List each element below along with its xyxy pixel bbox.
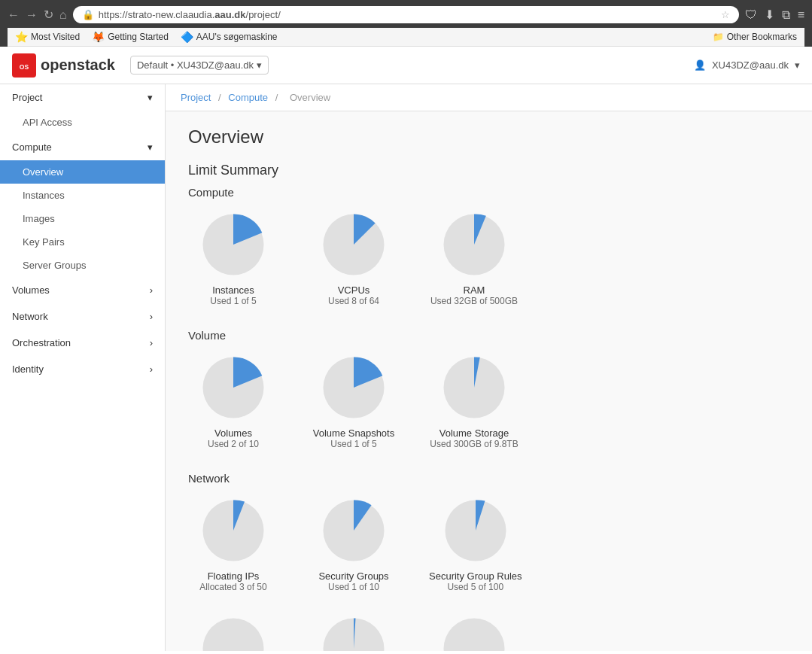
sidebar-item-api-access[interactable]: API Access bbox=[0, 111, 165, 134]
region-label: Default • XU43DZ@aau.dk bbox=[137, 59, 254, 71]
sidebar-project-label: Project bbox=[12, 92, 42, 103]
security-group-rules-label: Security Group Rules bbox=[429, 570, 522, 582]
address-bar[interactable]: 🔒 https://strato-new.claaudia.aau.dk/pro… bbox=[73, 6, 739, 23]
app-header-left: OS openstack Default • XU43DZ@aau.dk ▾ bbox=[12, 53, 269, 78]
breadcrumb: Project / Compute / Overview bbox=[166, 84, 812, 111]
browser-chrome: ← → ↻ ⌂ 🔒 https://strato-new.claaudia.aa… bbox=[0, 0, 812, 47]
compute-chevron-icon: ▾ bbox=[147, 141, 153, 153]
user-menu[interactable]: 👤 XU43DZ@aau.dk ▾ bbox=[694, 59, 800, 71]
region-dropdown-icon: ▾ bbox=[257, 59, 262, 71]
svg-point-13 bbox=[444, 619, 505, 652]
url-bold: aau.dk bbox=[214, 9, 245, 20]
volumes-sublabel: Used 2 of 10 bbox=[208, 439, 259, 449]
aau-label: AAU's søgemaskine bbox=[196, 32, 278, 42]
svg-text:OS: OS bbox=[20, 63, 29, 71]
instances-pie bbox=[199, 211, 267, 278]
vcpus-label: VCPUs bbox=[338, 284, 370, 296]
sidebar-project-header[interactable]: Project ▾ bbox=[0, 84, 165, 111]
sidebar-orchestration-header[interactable]: Orchestration › bbox=[0, 330, 165, 356]
most-visited-label: Most Visited bbox=[31, 32, 80, 42]
bookmark-aau[interactable]: 🔷 AAU's søgemaskine bbox=[181, 31, 278, 43]
project-chevron-icon: ▾ bbox=[147, 92, 153, 103]
volume-section: Volume Volumes Used 2 of 10 bbox=[188, 329, 789, 449]
identity-chevron-icon: › bbox=[150, 364, 153, 375]
vol-snapshots-sublabel: Used 1 of 5 bbox=[330, 439, 376, 449]
vol-storage-pie bbox=[440, 354, 508, 421]
volumes-label: Volumes bbox=[214, 427, 252, 439]
download-icon[interactable]: ⬇ bbox=[765, 8, 774, 22]
bookmark-getting-started[interactable]: 🦊 Getting Started bbox=[92, 31, 169, 43]
security-groups-chart: Security Groups Used 1 of 10 bbox=[309, 497, 399, 592]
bookmark-other[interactable]: 📁 Other Bookmarks bbox=[713, 32, 797, 42]
volumes-chart: Volumes Used 2 of 10 bbox=[188, 354, 278, 449]
breadcrumb-compute[interactable]: Compute bbox=[228, 92, 268, 103]
shield-icon: 🛡 bbox=[745, 8, 757, 22]
sidebar-item-overview[interactable]: Overview bbox=[0, 160, 165, 184]
instances-label: Instances bbox=[23, 190, 65, 201]
browser-actions: 🛡 ⬇ ⧉ ≡ bbox=[745, 8, 804, 22]
tab-icon[interactable]: ⧉ bbox=[782, 8, 790, 22]
region-selector[interactable]: Default • XU43DZ@aau.dk ▾ bbox=[130, 56, 269, 75]
instances-label: Instances bbox=[212, 284, 254, 296]
compute-section: Compute Instances Used 1 of 5 bbox=[188, 186, 789, 306]
breadcrumb-sep-2: / bbox=[275, 92, 278, 103]
sidebar-identity-header[interactable]: Identity › bbox=[0, 356, 165, 382]
instances-chart: Instances Used 1 of 5 bbox=[188, 211, 278, 306]
vol-snapshots-label: Volume Snapshots bbox=[313, 427, 394, 439]
server-groups-label: Server Groups bbox=[23, 260, 87, 271]
app-container: OS openstack Default • XU43DZ@aau.dk ▾ 👤… bbox=[0, 47, 812, 651]
vcpus-pie bbox=[320, 211, 388, 278]
logo: OS openstack bbox=[12, 53, 115, 78]
network-chevron-icon: › bbox=[150, 311, 153, 322]
more-icon[interactable]: ≡ bbox=[798, 8, 804, 22]
star-icon[interactable]: ☆ bbox=[721, 9, 730, 20]
bookmarks-bar: ⭐ Most Visited 🦊 Getting Started 🔷 AAU's… bbox=[8, 28, 804, 47]
compute-chart-grid: Instances Used 1 of 5 VCPUs Used 8 of 64 bbox=[188, 211, 789, 306]
vcpus-sublabel: Used 8 of 64 bbox=[328, 296, 379, 306]
reload-button[interactable]: ↻ bbox=[44, 8, 53, 22]
sidebar-network-header[interactable]: Network › bbox=[0, 303, 165, 330]
security-groups-sublabel: Used 1 of 10 bbox=[328, 582, 379, 592]
key-pairs-label: Key Pairs bbox=[23, 236, 65, 248]
sidebar-compute-header[interactable]: Compute ▾ bbox=[0, 134, 165, 160]
getting-started-label: Getting Started bbox=[108, 32, 169, 42]
back-button[interactable]: ← bbox=[8, 8, 20, 22]
security-group-rules-chart: Security Group Rules Used 5 of 100 bbox=[429, 497, 522, 592]
bookmark-most-visited[interactable]: ⭐ Most Visited bbox=[15, 31, 80, 43]
page-title: Overview bbox=[188, 126, 789, 148]
extra-pie-3 bbox=[440, 615, 508, 651]
overview-label: Overview bbox=[23, 166, 63, 178]
floating-ips-sublabel: Allocated 3 of 50 bbox=[199, 582, 266, 592]
compute-section-title: Compute bbox=[188, 186, 789, 199]
orchestration-chevron-icon: › bbox=[150, 337, 153, 348]
floating-ips-pie bbox=[199, 497, 267, 564]
home-button[interactable]: ⌂ bbox=[59, 8, 67, 22]
sidebar-network-label: Network bbox=[12, 311, 48, 322]
vcpus-chart: VCPUs Used 8 of 64 bbox=[309, 211, 399, 306]
sidebar-volumes-header[interactable]: Volumes › bbox=[0, 277, 165, 303]
sidebar-volumes-label: Volumes bbox=[12, 284, 50, 296]
extra-section bbox=[188, 615, 789, 651]
browser-toolbar: ← → ↻ ⌂ 🔒 https://strato-new.claaudia.aa… bbox=[8, 6, 804, 23]
floating-ips-chart: Floating IPs Allocated 3 of 50 bbox=[188, 497, 278, 592]
network-section: Network Floating IPs Allocated 3 of 50 bbox=[188, 472, 789, 592]
security-groups-pie bbox=[320, 497, 388, 564]
url-suffix: /project/ bbox=[246, 9, 281, 20]
sidebar-item-key-pairs[interactable]: Key Pairs bbox=[0, 230, 165, 254]
ram-chart: RAM Used 32GB of 500GB bbox=[429, 211, 519, 306]
sidebar-item-server-groups[interactable]: Server Groups bbox=[0, 254, 165, 277]
extra-chart-3 bbox=[429, 615, 519, 651]
sidebar-item-instances[interactable]: Instances bbox=[0, 184, 165, 207]
security-group-rules-sublabel: Used 5 of 100 bbox=[447, 582, 503, 592]
extra-chart-2 bbox=[309, 615, 399, 651]
svg-point-11 bbox=[203, 619, 264, 652]
forward-button[interactable]: → bbox=[26, 8, 38, 22]
sidebar-item-images[interactable]: Images bbox=[0, 207, 165, 230]
volume-chart-grid: Volumes Used 2 of 10 Volume Snapshots Us… bbox=[188, 354, 789, 449]
breadcrumb-project[interactable]: Project bbox=[181, 92, 211, 103]
api-access-label: API Access bbox=[23, 117, 72, 128]
volumes-chevron-icon: › bbox=[150, 284, 153, 296]
vol-storage-label: Volume Storage bbox=[439, 427, 509, 439]
sidebar-orchestration-label: Orchestration bbox=[12, 337, 71, 348]
user-label: XU43DZ@aau.dk bbox=[712, 59, 789, 71]
